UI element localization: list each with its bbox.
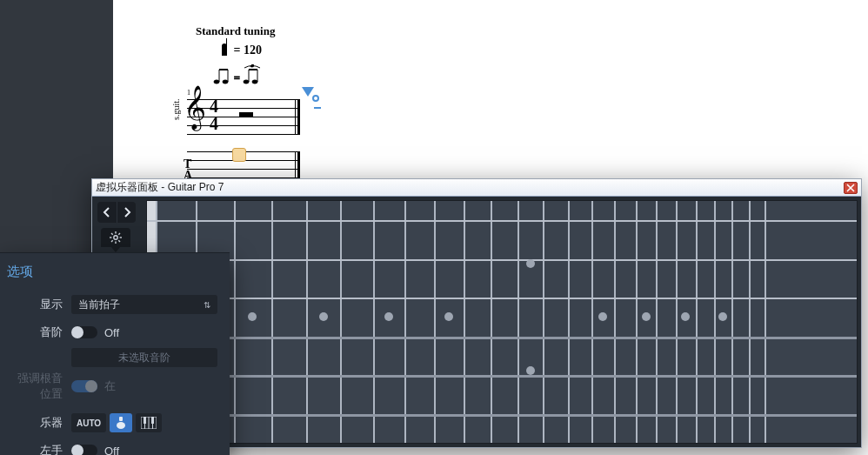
playback-cursor-handle[interactable] — [302, 87, 321, 109]
fretboard-options-popover: 选项 显示 当前拍子 ⇅ 音阶 Off 未选取音阶 强调根音位置 在 乐器 AU… — [0, 252, 230, 455]
standard-notation-staff[interactable]: 𝄞 44 1 — [187, 99, 300, 134]
svg-rect-28 — [151, 417, 154, 424]
svg-line-19 — [118, 233, 120, 235]
svg-text:=: = — [234, 72, 240, 84]
fretboard-nav — [97, 202, 136, 223]
svg-text:3: 3 — [250, 64, 254, 68]
root-emphasis-toggle — [71, 380, 97, 392]
chevron-updown-icon: ⇅ — [204, 300, 210, 310]
panel-title-text: 虚拟乐器面板 - Guitar Pro 7 — [96, 180, 224, 195]
svg-point-12 — [114, 236, 117, 239]
scale-label: 音阶 — [12, 325, 71, 340]
cursor-dash-icon — [314, 107, 321, 109]
display-mode-select[interactable]: 当前拍子 ⇅ — [71, 295, 217, 314]
instrument-piano-button[interactable] — [136, 413, 162, 432]
svg-point-8 — [252, 80, 257, 84]
scale-select-disabled: 未选取音阶 — [71, 348, 217, 367]
cursor-circle-icon — [312, 95, 319, 102]
display-label: 显示 — [12, 297, 71, 312]
root-emphasis-state: 在 — [104, 378, 116, 394]
left-hand-label: 左手 — [12, 443, 71, 455]
svg-point-22 — [117, 422, 125, 429]
svg-rect-27 — [144, 417, 146, 424]
left-hand-state: Off — [104, 445, 119, 456]
scale-state: Off — [104, 326, 119, 339]
panel-titlebar[interactable]: 虚拟乐器面板 - Guitar Pro 7 — [92, 179, 861, 197]
track-label: s.guit. — [171, 99, 181, 120]
edit-cursor[interactable] — [232, 148, 246, 162]
fretboard-options-button[interactable] — [101, 228, 130, 247]
instrument-guitar-button[interactable] — [110, 413, 132, 432]
svg-line-17 — [111, 233, 113, 235]
instrument-auto-button[interactable]: AUTO — [71, 413, 106, 432]
cursor-triangle-icon[interactable] — [302, 87, 314, 97]
display-mode-value: 当前拍子 — [78, 298, 120, 312]
swing-feel-marking: = 3 — [211, 64, 300, 87]
left-hand-toggle[interactable] — [71, 445, 97, 455]
whole-rest-icon — [239, 112, 253, 117]
options-title: 选项 — [7, 264, 217, 280]
tempo-marking: = 120 — [222, 43, 300, 57]
svg-point-2 — [223, 80, 228, 84]
score-content: s.guit. Standard tuning = 120 = 3 — [187, 24, 300, 197]
bar-number: 1 — [187, 89, 190, 97]
tuning-label: Standard tuning — [196, 24, 300, 38]
root-emphasis-label: 强调根音位置 — [12, 371, 71, 402]
svg-point-0 — [214, 80, 219, 84]
quarter-note-icon — [222, 43, 227, 56]
svg-line-18 — [118, 240, 120, 242]
fret-scroll-right-button[interactable] — [117, 202, 136, 223]
instrument-label: 乐器 — [12, 415, 71, 431]
fret-scroll-left-button[interactable] — [97, 202, 117, 223]
svg-line-20 — [111, 240, 113, 242]
tempo-value: = 120 — [234, 43, 262, 57]
svg-rect-21 — [119, 417, 123, 421]
guitar-fretboard[interactable] — [146, 200, 858, 444]
final-barline — [295, 99, 300, 134]
scale-toggle[interactable] — [71, 326, 97, 338]
svg-point-6 — [244, 80, 249, 84]
close-button[interactable] — [844, 182, 858, 194]
time-signature: 44 — [210, 97, 218, 132]
strings — [147, 201, 857, 443]
